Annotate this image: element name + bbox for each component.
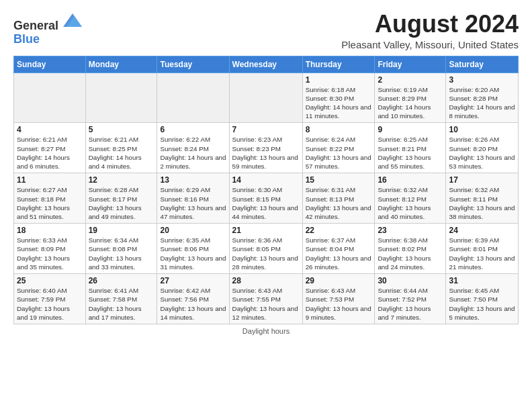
- day-number: 28: [232, 276, 300, 285]
- day-info: Sunrise: 6:18 AM Sunset: 8:30 PM Dayligh…: [306, 85, 372, 121]
- day-cell: 26Sunrise: 6:41 AM Sunset: 7:58 PM Dayli…: [85, 274, 157, 324]
- day-cell: 3Sunrise: 6:20 AM Sunset: 8:28 PM Daylig…: [446, 73, 519, 123]
- day-number: 18: [17, 226, 83, 235]
- day-info: Sunrise: 6:43 AM Sunset: 7:53 PM Dayligh…: [306, 286, 372, 322]
- footer-note: Daylight hours: [13, 327, 519, 335]
- day-number: 31: [449, 276, 515, 285]
- day-info: Sunrise: 6:31 AM Sunset: 8:13 PM Dayligh…: [306, 185, 372, 221]
- day-cell: 19Sunrise: 6:34 AM Sunset: 8:08 PM Dayli…: [85, 224, 157, 274]
- col-tuesday: Tuesday: [157, 56, 229, 73]
- day-info: Sunrise: 6:44 AM Sunset: 7:52 PM Dayligh…: [378, 286, 443, 322]
- day-number: 5: [89, 125, 154, 134]
- day-info: Sunrise: 6:27 AM Sunset: 8:18 PM Dayligh…: [17, 185, 83, 221]
- col-friday: Friday: [375, 56, 446, 73]
- day-cell: 14Sunrise: 6:30 AM Sunset: 8:15 PM Dayli…: [229, 173, 302, 224]
- logo-blue: Blue: [13, 32, 40, 46]
- day-number: 30: [378, 276, 443, 285]
- week-row-2: 4Sunrise: 6:21 AM Sunset: 8:27 PM Daylig…: [14, 123, 519, 173]
- day-cell: 1Sunrise: 6:18 AM Sunset: 8:30 PM Daylig…: [302, 73, 375, 123]
- day-number: 26: [89, 276, 154, 285]
- day-number: 9: [378, 125, 443, 134]
- day-cell: 24Sunrise: 6:39 AM Sunset: 8:01 PM Dayli…: [446, 224, 519, 274]
- day-cell: 4Sunrise: 6:21 AM Sunset: 8:27 PM Daylig…: [14, 123, 86, 173]
- header: General Blue August 2024 Pleasant Valley…: [13, 11, 519, 50]
- day-info: Sunrise: 6:40 AM Sunset: 7:59 PM Dayligh…: [17, 286, 83, 322]
- day-info: Sunrise: 6:38 AM Sunset: 8:02 PM Dayligh…: [378, 236, 443, 271]
- day-info: Sunrise: 6:28 AM Sunset: 8:17 PM Dayligh…: [89, 185, 154, 221]
- col-sunday: Sunday: [14, 56, 86, 73]
- day-number: 17: [449, 175, 515, 185]
- day-info: Sunrise: 6:30 AM Sunset: 8:15 PM Dayligh…: [232, 185, 300, 221]
- day-cell: 12Sunrise: 6:28 AM Sunset: 8:17 PM Dayli…: [85, 173, 157, 224]
- week-row-4: 18Sunrise: 6:33 AM Sunset: 8:09 PM Dayli…: [14, 224, 519, 274]
- logo: General Blue: [13, 11, 82, 46]
- day-info: Sunrise: 6:41 AM Sunset: 7:58 PM Dayligh…: [89, 286, 154, 322]
- day-number: 21: [232, 226, 300, 235]
- calendar-header: Sunday Monday Tuesday Wednesday Thursday…: [14, 56, 519, 73]
- logo-general: General: [13, 19, 58, 32]
- subtitle: Pleasant Valley, Missouri, United States: [341, 39, 519, 50]
- day-info: Sunrise: 6:42 AM Sunset: 7:56 PM Dayligh…: [160, 286, 226, 322]
- day-info: Sunrise: 6:33 AM Sunset: 8:09 PM Dayligh…: [17, 236, 83, 271]
- day-number: 29: [306, 276, 372, 285]
- day-cell: 25Sunrise: 6:40 AM Sunset: 7:59 PM Dayli…: [14, 274, 86, 324]
- day-number: 11: [17, 175, 83, 185]
- week-row-1: 1Sunrise: 6:18 AM Sunset: 8:30 PM Daylig…: [14, 73, 519, 123]
- day-number: 1: [306, 75, 372, 85]
- calendar-table: Sunday Monday Tuesday Wednesday Thursday…: [13, 56, 519, 324]
- day-cell: [229, 73, 302, 123]
- main-title: August 2024: [341, 11, 519, 38]
- day-cell: 22Sunrise: 6:37 AM Sunset: 8:04 PM Dayli…: [302, 224, 375, 274]
- week-row-3: 11Sunrise: 6:27 AM Sunset: 8:18 PM Dayli…: [14, 173, 519, 224]
- day-info: Sunrise: 6:43 AM Sunset: 7:55 PM Dayligh…: [232, 286, 300, 322]
- calendar-body: 1Sunrise: 6:18 AM Sunset: 8:30 PM Daylig…: [14, 73, 519, 324]
- day-number: 8: [306, 125, 372, 134]
- day-number: 4: [17, 125, 83, 134]
- day-cell: 29Sunrise: 6:43 AM Sunset: 7:53 PM Dayli…: [302, 274, 375, 324]
- day-cell: 28Sunrise: 6:43 AM Sunset: 7:55 PM Dayli…: [229, 274, 302, 324]
- col-saturday: Saturday: [446, 56, 519, 73]
- day-info: Sunrise: 6:35 AM Sunset: 8:06 PM Dayligh…: [160, 236, 226, 271]
- day-cell: 27Sunrise: 6:42 AM Sunset: 7:56 PM Dayli…: [157, 274, 229, 324]
- day-info: Sunrise: 6:25 AM Sunset: 8:21 PM Dayligh…: [378, 135, 443, 171]
- day-info: Sunrise: 6:21 AM Sunset: 8:25 PM Dayligh…: [89, 135, 154, 171]
- day-info: Sunrise: 6:36 AM Sunset: 8:05 PM Dayligh…: [232, 236, 300, 271]
- day-info: Sunrise: 6:39 AM Sunset: 8:01 PM Dayligh…: [449, 236, 515, 271]
- day-cell: 7Sunrise: 6:23 AM Sunset: 8:23 PM Daylig…: [229, 123, 302, 173]
- day-number: 10: [449, 125, 515, 134]
- day-cell: 16Sunrise: 6:32 AM Sunset: 8:12 PM Dayli…: [375, 173, 446, 224]
- day-info: Sunrise: 6:20 AM Sunset: 8:28 PM Dayligh…: [449, 85, 515, 121]
- title-area: August 2024 Pleasant Valley, Missouri, U…: [341, 11, 519, 50]
- day-cell: [85, 73, 157, 123]
- day-cell: [157, 73, 229, 123]
- day-cell: [14, 73, 86, 123]
- day-number: 19: [89, 226, 154, 235]
- day-cell: 20Sunrise: 6:35 AM Sunset: 8:06 PM Dayli…: [157, 224, 229, 274]
- day-info: Sunrise: 6:29 AM Sunset: 8:16 PM Dayligh…: [160, 185, 226, 221]
- day-cell: 9Sunrise: 6:25 AM Sunset: 8:21 PM Daylig…: [375, 123, 446, 173]
- day-cell: 5Sunrise: 6:21 AM Sunset: 8:25 PM Daylig…: [85, 123, 157, 173]
- day-cell: 2Sunrise: 6:19 AM Sunset: 8:29 PM Daylig…: [375, 73, 446, 123]
- header-row: Sunday Monday Tuesday Wednesday Thursday…: [14, 56, 519, 73]
- day-info: Sunrise: 6:26 AM Sunset: 8:20 PM Dayligh…: [449, 135, 515, 171]
- day-number: 20: [160, 226, 226, 235]
- day-number: 14: [232, 175, 300, 185]
- day-number: 25: [17, 276, 83, 285]
- day-number: 6: [160, 125, 226, 134]
- day-cell: 30Sunrise: 6:44 AM Sunset: 7:52 PM Dayli…: [375, 274, 446, 324]
- col-wednesday: Wednesday: [229, 56, 302, 73]
- day-number: 3: [449, 75, 515, 85]
- day-number: 7: [232, 125, 300, 134]
- day-number: 15: [306, 175, 372, 185]
- day-number: 16: [378, 175, 443, 185]
- day-number: 12: [89, 175, 154, 185]
- day-cell: 31Sunrise: 6:45 AM Sunset: 7:50 PM Dayli…: [446, 274, 519, 324]
- page: General Blue August 2024 Pleasant Valley…: [0, 0, 532, 411]
- day-cell: 13Sunrise: 6:29 AM Sunset: 8:16 PM Dayli…: [157, 173, 229, 224]
- day-number: 24: [449, 226, 515, 235]
- day-cell: 23Sunrise: 6:38 AM Sunset: 8:02 PM Dayli…: [375, 224, 446, 274]
- day-cell: 6Sunrise: 6:22 AM Sunset: 8:24 PM Daylig…: [157, 123, 229, 173]
- day-info: Sunrise: 6:45 AM Sunset: 7:50 PM Dayligh…: [449, 286, 515, 322]
- day-info: Sunrise: 6:21 AM Sunset: 8:27 PM Dayligh…: [17, 135, 83, 171]
- day-cell: 21Sunrise: 6:36 AM Sunset: 8:05 PM Dayli…: [229, 224, 302, 274]
